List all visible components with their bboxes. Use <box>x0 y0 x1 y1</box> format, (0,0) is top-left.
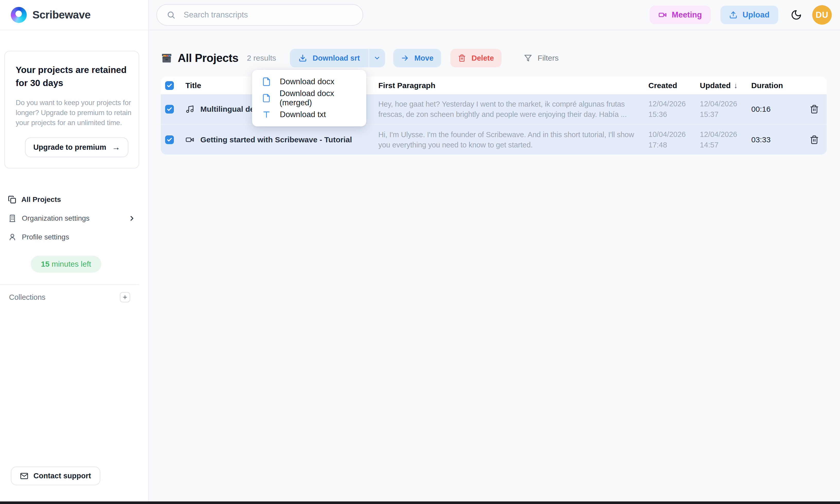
chevron-right-icon <box>128 215 136 222</box>
upload-icon <box>729 11 737 19</box>
music-note-icon <box>185 105 194 113</box>
menu-item-label: Download txt <box>280 110 326 119</box>
copy-documents-icon <box>8 196 16 204</box>
row-checkbox[interactable] <box>165 105 174 113</box>
updated-cell: 12/04/2026 14:57 <box>700 129 751 150</box>
upgrade-label: Upgrade to premium <box>33 143 106 151</box>
updated-label: Updated <box>700 81 731 90</box>
menu-item-download-docx[interactable]: Download docx <box>252 73 366 90</box>
project-title[interactable]: Multilingual de <box>200 105 254 113</box>
file-icon <box>262 93 271 103</box>
person-icon <box>8 233 17 241</box>
building-icon <box>8 214 17 223</box>
upload-label: Upload <box>742 10 770 19</box>
user-avatar[interactable]: DU <box>812 5 832 25</box>
filters-button[interactable]: Filters <box>516 49 566 67</box>
menu-item-download-txt[interactable]: Download txt <box>252 106 366 123</box>
created-date: 10/04/2026 <box>648 129 700 140</box>
download-srt-button[interactable]: Download srt <box>290 49 368 67</box>
results-count: 2 results <box>247 54 276 62</box>
search-bar <box>156 4 363 26</box>
contact-support-button[interactable]: Contact support <box>11 467 100 485</box>
trash-icon <box>458 54 466 62</box>
moon-icon <box>791 9 802 21</box>
column-header-created[interactable]: Created <box>648 81 700 90</box>
minutes-left-value: 15 <box>41 260 49 268</box>
check-icon <box>167 83 172 88</box>
add-collection-button[interactable] <box>120 292 130 302</box>
delete-button[interactable]: Delete <box>450 49 501 67</box>
created-cell: 10/04/2026 17:48 <box>648 129 700 150</box>
retention-card: Your projects are retained for 30 days D… <box>4 51 139 168</box>
duration-value: 03:33 <box>751 136 810 144</box>
check-icon <box>167 137 172 143</box>
menu-item-label: Download docx <box>280 77 335 86</box>
upload-button[interactable]: Upload <box>720 6 778 24</box>
avatar-initials: DU <box>816 10 828 20</box>
minutes-left-badge: 15 minutes left <box>31 256 101 273</box>
row-checkbox[interactable] <box>165 136 174 144</box>
scribewave-logo-icon <box>11 7 27 23</box>
select-all-checkbox[interactable] <box>165 81 174 90</box>
dark-mode-toggle[interactable] <box>791 9 802 21</box>
filters-label: Filters <box>537 54 559 62</box>
duration-value: 00:16 <box>751 105 810 113</box>
delete-row-button[interactable] <box>810 105 827 114</box>
retention-body: Do you want to keep your projects for lo… <box>16 97 132 128</box>
meeting-label: Meeting <box>672 10 702 19</box>
sidebar-item-organization-settings[interactable]: Organization settings <box>0 209 148 228</box>
topbar: Meeting Upload DU <box>149 0 840 30</box>
file-icon <box>262 77 271 86</box>
trash-icon <box>810 135 819 144</box>
delete-row-button[interactable] <box>810 135 827 144</box>
check-icon <box>167 106 172 112</box>
collections-section: Collections <box>0 292 139 302</box>
download-srt-label: Download srt <box>312 54 360 62</box>
download-options-menu: Download docx Download docx (merged) Dow… <box>252 70 366 126</box>
updated-time: 14:57 <box>700 140 751 150</box>
sort-descending-icon: ↓ <box>734 81 738 90</box>
created-time: 17:48 <box>648 140 700 150</box>
first-paragraph-text: Hey, hoe gaat het? Yesterday I went to t… <box>378 99 639 120</box>
plus-icon <box>122 294 128 300</box>
sidebar-divider <box>0 284 139 285</box>
brand-logo[interactable]: Scribewave <box>0 0 148 30</box>
menu-item-download-docx-merged[interactable]: Download docx (merged) <box>252 90 366 106</box>
column-header-first-paragraph[interactable]: First Paragraph <box>378 81 648 90</box>
meeting-button[interactable]: Meeting <box>650 6 710 24</box>
sidebar-item-label: All Projects <box>21 196 61 204</box>
brand-name: Scribewave <box>32 9 90 21</box>
main-area: Meeting Upload DU <box>149 0 840 504</box>
contact-support-label: Contact support <box>33 472 91 480</box>
created-date: 12/04/2026 <box>648 98 700 109</box>
funnel-icon <box>524 54 532 62</box>
column-header-duration[interactable]: Duration <box>751 81 810 90</box>
project-title[interactable]: Getting started with Scribewave - Tutori… <box>200 136 352 144</box>
app-window: Scribewave Your projects are retained fo… <box>0 0 840 504</box>
download-icon <box>298 54 307 62</box>
upgrade-to-premium-button[interactable]: Upgrade to premium → <box>25 138 128 157</box>
updated-cell: 12/04/2026 15:37 <box>700 98 751 120</box>
file-box-icon <box>161 52 173 64</box>
updated-date: 12/04/2026 <box>700 98 751 109</box>
table-row[interactable]: Getting started with Scribewave - Tutori… <box>161 124 827 155</box>
download-options-caret-button[interactable] <box>369 49 385 67</box>
move-button[interactable]: Move <box>393 49 441 67</box>
arrow-right-icon <box>401 54 409 62</box>
text-type-icon <box>262 110 271 119</box>
sidebar-item-label: Profile settings <box>22 233 69 241</box>
sidebar: Scribewave Your projects are retained fo… <box>0 0 149 504</box>
sidebar-item-profile-settings[interactable]: Profile settings <box>0 228 148 246</box>
sidebar-item-label: Organization settings <box>22 214 89 222</box>
search-icon <box>167 11 175 19</box>
first-paragraph-text: Hi, I'm Ulysse. I'm the founder of Scrib… <box>378 129 639 150</box>
arrow-right-icon: → <box>112 143 120 152</box>
envelope-icon <box>20 472 28 480</box>
column-header-updated[interactable]: Updated ↓ <box>700 81 751 90</box>
search-input[interactable] <box>156 4 363 26</box>
updated-time: 15:37 <box>700 109 751 120</box>
projects-toolbar: All Projects 2 results Download srt <box>161 49 840 67</box>
sidebar-item-all-projects[interactable]: All Projects <box>0 190 148 209</box>
page-title: All Projects <box>178 52 238 65</box>
download-srt-split-button: Download srt <box>290 49 385 67</box>
